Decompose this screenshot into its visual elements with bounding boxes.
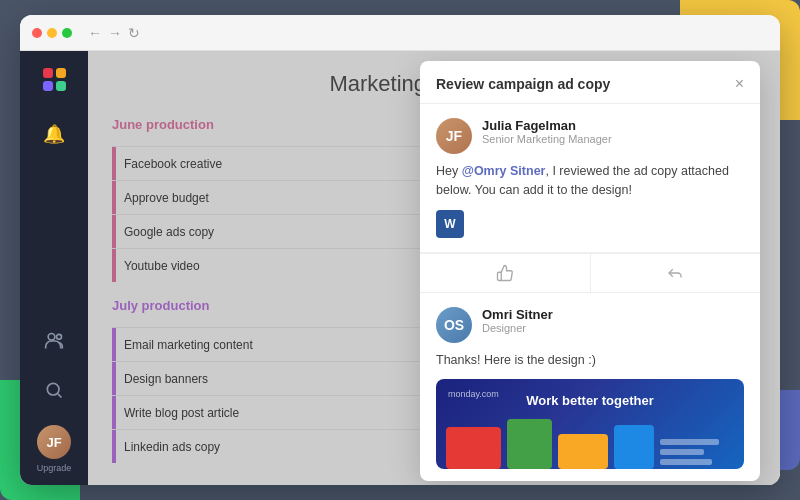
comment-action-bar (420, 253, 760, 293)
browser-window-controls (32, 28, 72, 38)
comment-julia: JF Julia Fagelman Senior Marketing Manag… (420, 104, 760, 253)
comment-text: Hey @Omry Sitner, I reviewed the ad copy… (436, 162, 744, 200)
commenter-role: Designer (482, 322, 744, 334)
bar-3 (660, 459, 712, 465)
sidebar: 🔔 JF Upgrade (20, 51, 88, 485)
sidebar-user-section: JF Upgrade (37, 425, 72, 473)
maximize-window-button[interactable] (62, 28, 72, 38)
refresh-button[interactable]: ↻ (128, 25, 140, 41)
commenter-name: Julia Fagelman (482, 118, 744, 133)
avatar: JF (436, 118, 472, 154)
upgrade-label[interactable]: Upgrade (37, 463, 72, 473)
browser-navigation: ← → ↻ (88, 25, 140, 41)
shape-blue (614, 425, 654, 469)
shape-green (507, 419, 552, 469)
forward-button[interactable]: → (108, 25, 122, 41)
bar-1 (660, 439, 719, 445)
avatar[interactable]: JF (37, 425, 71, 459)
bar-2 (660, 449, 704, 455)
close-window-button[interactable] (32, 28, 42, 38)
comment-text: Thanks! Here is the design :) (436, 351, 744, 370)
back-button[interactable]: ← (88, 25, 102, 41)
logo-dot-2 (56, 68, 66, 78)
mention[interactable]: @Omry Sitner (462, 164, 546, 178)
svg-point-0 (48, 334, 55, 341)
comment-header: JF Julia Fagelman Senior Marketing Manag… (436, 118, 744, 154)
design-preview-image: Work better together monday.com (436, 379, 744, 469)
logo-dot-1 (43, 68, 53, 78)
like-button[interactable] (420, 254, 591, 292)
design-preview-bars (660, 439, 734, 469)
commenter-role: Senior Marketing Manager (482, 133, 744, 145)
comment-attachment: W (436, 210, 744, 238)
review-dialog: Review campaign ad copy × JF (420, 61, 760, 481)
comment-header: OS Omri Sitner Designer (436, 307, 744, 343)
avatar: OS (436, 307, 472, 343)
close-button[interactable]: × (735, 75, 744, 93)
commenter-name: Omri Sitner (482, 307, 744, 322)
dialog-header: Review campaign ad copy × (420, 61, 760, 104)
browser-window: ← → ↻ 🔔 (20, 15, 780, 485)
logo-dot-3 (43, 81, 53, 91)
app-logo (38, 63, 70, 95)
main-content-area: Marketing campaigns June production Pers… (88, 51, 780, 485)
design-preview-headline: Work better together (436, 393, 744, 408)
comment-text-before: Hey (436, 164, 462, 178)
notifications-bell-icon[interactable]: 🔔 (35, 115, 73, 153)
logo-grid (43, 68, 66, 91)
search-icon[interactable] (40, 376, 68, 409)
sidebar-bottom-icons: JF Upgrade (37, 327, 72, 473)
dialog-overlay: Review campaign ad copy × JF (88, 51, 780, 485)
svg-point-1 (57, 334, 62, 339)
design-preview-shapes (436, 414, 744, 469)
svg-point-2 (47, 383, 59, 395)
shape-yellow (558, 434, 608, 469)
comment-omri: OS Omri Sitner Designer Thanks! Here is … (420, 293, 760, 482)
logo-dot-4 (56, 81, 66, 91)
shape-red (446, 427, 501, 469)
app-content: 🔔 JF Upgrade (20, 51, 780, 485)
browser-toolbar: ← → ↻ (20, 15, 780, 51)
minimize-window-button[interactable] (47, 28, 57, 38)
reply-button[interactable] (591, 254, 761, 292)
dialog-body: JF Julia Fagelman Senior Marketing Manag… (420, 104, 760, 481)
comment-meta: Julia Fagelman Senior Marketing Manager (482, 118, 744, 145)
people-icon[interactable] (40, 327, 68, 360)
word-attachment-icon[interactable]: W (436, 210, 464, 238)
dialog-title: Review campaign ad copy (436, 76, 610, 92)
comment-meta: Omri Sitner Designer (482, 307, 744, 334)
